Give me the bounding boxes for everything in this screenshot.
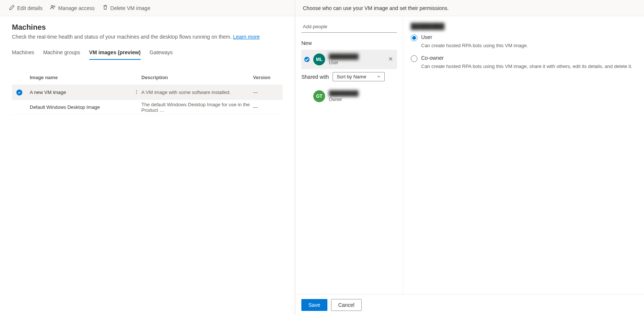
people-column: New ML ████████ User Shared with Sort by… [295,16,403,294]
perm-desc: Can create hosted RPA bots using this VM… [411,64,637,69]
table-header: Image name Description Version [12,70,283,85]
permissions-title: ████████ [411,23,637,30]
check-icon[interactable] [16,90,22,95]
person-role: User [329,60,358,65]
tab-gateways[interactable]: Gateways [150,46,173,60]
chevron-down-icon [377,74,381,79]
save-button[interactable]: Save [301,299,327,311]
manage-access-button[interactable]: Manage access [50,4,94,12]
new-person-card[interactable]: ML ████████ User [301,50,397,69]
close-icon[interactable] [388,56,393,63]
svg-point-1 [54,6,55,7]
col-version[interactable]: Version [253,75,283,80]
person-name: ████████ [329,53,358,59]
page-body: Machines Check the real-time health and … [0,16,295,121]
row-desc: The default Windows Desktop Image for us… [141,102,253,113]
row-version: — [253,90,283,95]
table-row[interactable]: A new VM image A VM image with some soft… [12,85,283,100]
main-content: Edit details Manage access Delete VM ima… [0,0,295,315]
learn-more-link[interactable]: Learn more [233,34,260,40]
perm-label: Co-owner [421,55,444,61]
tabs: Machines Machine groups VM images (previ… [12,46,283,60]
col-description[interactable]: Description [141,75,253,80]
svg-point-0 [51,6,53,7]
manage-access-label: Manage access [58,5,94,11]
shared-person-card[interactable]: GT ████████ Owner [301,87,397,106]
row-name: Default Windows Desktop Image [30,104,141,110]
perm-user-radio[interactable]: User [411,34,637,41]
table-row[interactable]: Default Windows Desktop Image The defaul… [12,100,283,115]
people-icon [50,4,56,12]
delete-vm-button[interactable]: Delete VM image [102,4,150,12]
row-name: A new VM image [30,90,141,95]
delete-vm-label: Delete VM image [110,5,150,11]
edit-details-button[interactable]: Edit details [9,4,42,12]
panel-header: Choose who can use your VM image and set… [295,0,644,16]
radio-icon [411,55,417,62]
trash-icon [102,4,108,12]
perm-desc: Can create hosted RPA bots using this VM… [411,43,637,48]
more-icon[interactable] [134,89,139,95]
perm-coowner-radio[interactable]: Co-owner [411,55,637,62]
tab-machines[interactable]: Machines [12,46,34,60]
panel-footer: Save Cancel [295,294,644,315]
page-subtitle: Check the real-time health and status of… [12,34,283,40]
svg-point-4 [136,93,137,94]
row-version: — [253,104,283,110]
share-panel: Choose who can use your VM image and set… [295,0,644,315]
vm-images-table: Image name Description Version A new VM … [12,70,283,115]
shared-with-label: Shared with [301,74,329,80]
tab-machine-groups[interactable]: Machine groups [43,46,80,60]
avatar: GT [313,90,325,102]
new-section-label: New [301,40,397,46]
pencil-icon [9,4,15,12]
sort-dropdown[interactable]: Sort by Name [333,72,385,81]
cancel-button[interactable]: Cancel [331,299,362,311]
person-role: Owner [329,97,358,102]
person-name: ████████ [329,90,358,96]
page-title: Machines [12,23,283,32]
tab-vm-images[interactable]: VM images (preview) [89,46,141,60]
row-desc: A VM image with some software installed. [141,90,253,95]
permissions-column: ████████ User Can create hosted RPA bots… [403,16,644,294]
perm-label: User [421,34,432,40]
radio-icon [411,35,417,41]
col-image-name[interactable]: Image name [30,75,141,80]
add-people-input[interactable] [301,21,397,33]
command-bar: Edit details Manage access Delete VM ima… [0,0,295,16]
check-icon [304,57,310,62]
svg-point-2 [136,90,137,91]
avatar: ML [313,53,325,65]
svg-point-3 [136,91,137,92]
edit-details-label: Edit details [17,5,42,11]
